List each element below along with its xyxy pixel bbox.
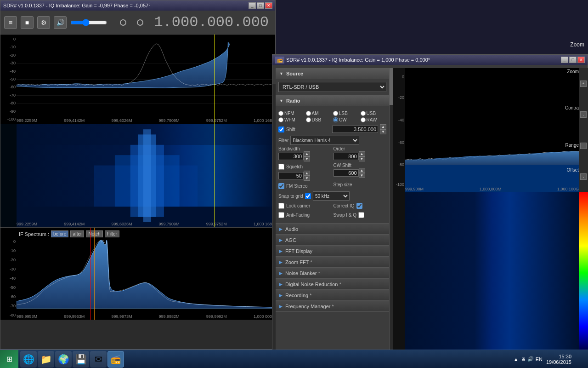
zoom-plus[interactable]: + [580, 80, 587, 87]
taskbar-save[interactable]: 💾 [73, 351, 89, 368]
waterfall-content [17, 124, 275, 227]
bandwidth-down[interactable]: ▼ [304, 156, 310, 161]
gain-slider[interactable] [70, 19, 107, 26]
squelch-up[interactable]: ▲ [304, 171, 310, 176]
order-down[interactable]: ▼ [359, 156, 365, 161]
fft-section[interactable]: ▶ FFT Display [276, 246, 389, 257]
right-waterfall [391, 192, 588, 353]
mode-dsb: DSB [306, 117, 332, 122]
range-btn[interactable]: - [580, 143, 587, 149]
bandwidth-up[interactable]: ▲ [304, 151, 310, 156]
zoomfft-section[interactable]: ▶ Zoom FFT * [276, 257, 389, 268]
cwshift-input[interactable] [334, 169, 359, 177]
mode-lsb-radio[interactable] [333, 111, 338, 116]
maximize-button[interactable]: □ [257, 2, 264, 9]
agc-section[interactable]: ▶ AGC [276, 235, 389, 246]
squelch-input[interactable] [278, 172, 304, 179]
close-button[interactable]: ✕ [265, 2, 272, 9]
mode-dsb-radio[interactable] [306, 117, 311, 122]
swap-checkbox[interactable] [358, 212, 364, 218]
y-label-30: -30 [10, 61, 16, 65]
if-before-button[interactable]: before [51, 230, 68, 237]
y-label-40: -40 [10, 69, 16, 74]
shift-up[interactable]: ▲ [380, 124, 386, 129]
zoom-minus[interactable]: - [580, 111, 587, 118]
noiseblanker-section[interactable]: ▶ Noise Blanker * [276, 268, 389, 279]
taskbar-explorer[interactable]: 📁 [38, 351, 54, 368]
scroll-thumb[interactable] [390, 68, 393, 105]
cwshift-down[interactable]: ▼ [359, 173, 365, 178]
sdr-minimize[interactable]: _ [561, 57, 568, 63]
clock-date: 19/06/2015 [546, 359, 571, 365]
squelch-checkbox[interactable] [278, 164, 284, 170]
if-filter-button[interactable]: Filter [105, 230, 119, 237]
taskbar-chrome[interactable]: 🌐 [20, 351, 37, 368]
order-up[interactable]: ▲ [359, 151, 365, 156]
waterfall-cursor [214, 124, 215, 227]
mode-usb-radio[interactable] [361, 111, 366, 116]
noiseblanker-label: Noise Blanker * [285, 270, 320, 276]
right-y-axis-bg: 0 -20 -40 -60 -80 -100 [391, 68, 405, 192]
antifading-checkbox[interactable] [278, 212, 284, 218]
filter-select[interactable]: Blackman-Harris 4 [290, 136, 359, 145]
mode-grid: NFM AM LSB USB WFM [278, 111, 386, 122]
shift-input[interactable] [332, 126, 378, 133]
audio-button[interactable]: 🔊 [54, 16, 67, 29]
shift-down[interactable]: ▼ [380, 129, 386, 134]
x-label-3: 999,6026M [111, 118, 132, 123]
minimize-button[interactable]: _ [249, 2, 256, 9]
snap-checkbox[interactable] [305, 193, 311, 199]
taskbar-clock[interactable]: 15:30 19/06/2015 [546, 354, 571, 365]
bandwidth-input-row: ▲ ▼ [278, 151, 332, 161]
correctiq-checkbox[interactable] [356, 203, 362, 209]
offset-btn[interactable]: - [580, 173, 587, 180]
order-input[interactable] [334, 153, 359, 160]
mode-nfm-label: NFM [284, 111, 294, 116]
if-y-axis: 0 -10 -20 -30 -40 -50 -60 -70 -80 [0, 237, 17, 320]
wf-x5: 999,9752M [206, 222, 227, 226]
freqmanager-section[interactable]: ▶ Frequency Manager * [276, 301, 389, 312]
source-section: ▼ Source RTL-SDR / USB [276, 68, 389, 95]
mode-raw: RAW [361, 117, 387, 122]
squelch-down[interactable]: ▼ [304, 176, 310, 181]
control-panel: ▼ Source RTL-SDR / USB ▼ Radio NFM AM [276, 68, 390, 353]
mode-nfm: NFM [278, 111, 305, 116]
settings-button[interactable]: ⚙ [37, 16, 50, 29]
menu-button[interactable]: ≡ [4, 16, 17, 29]
stop-button[interactable]: ■ [21, 16, 34, 29]
shift-checkbox[interactable] [278, 126, 284, 132]
snap-select[interactable]: 50 kHz [313, 191, 350, 201]
bandwidth-input[interactable] [278, 153, 304, 160]
taskbar-app[interactable]: 📻 [107, 351, 124, 368]
taskbar-ie[interactable]: 🌍 [55, 351, 72, 368]
recording-section[interactable]: ▶ Recording * [276, 290, 389, 301]
source-header[interactable]: ▼ Source [276, 68, 389, 79]
mode-wfm-radio[interactable] [278, 117, 283, 122]
source-select[interactable]: RTL-SDR / USB [278, 82, 386, 92]
audio-section[interactable]: ▶ Audio [276, 224, 389, 235]
cwshift-up[interactable]: ▲ [359, 168, 365, 173]
systray-volume[interactable]: 🔊 [527, 356, 534, 362]
mode-am-radio[interactable] [306, 111, 311, 116]
if-after-button[interactable]: after [70, 230, 84, 237]
zoom-label: Zoom [570, 41, 584, 48]
control-scroll[interactable] [390, 68, 393, 353]
sdr-close[interactable]: ✕ [577, 57, 585, 63]
mode-raw-radio[interactable] [361, 117, 366, 122]
antifading-swap-row: Anti-Fading Swap I & Q [278, 211, 386, 219]
taskbar-mail[interactable]: ✉ [90, 351, 107, 368]
radio-header[interactable]: ▼ Radio [276, 95, 389, 106]
order-group: Order ▲ ▼ [334, 146, 387, 161]
lockcarrier-checkbox[interactable] [278, 203, 284, 209]
if-x-labels: 999,9953M 999,9963M 999,9973M 999,9982M … [17, 314, 275, 319]
mode-cw-radio[interactable] [333, 117, 338, 122]
start-button[interactable]: ⊞ [0, 350, 18, 368]
mode-nfm-radio[interactable] [278, 111, 283, 116]
shift-label: Shift [286, 127, 295, 132]
fmstereo-checkbox[interactable] [278, 183, 284, 189]
systray-arrow[interactable]: ▲ [514, 356, 519, 362]
sdr-maximize[interactable]: □ [569, 57, 577, 63]
dnr-section[interactable]: ▶ Digital Noise Reduction * [276, 279, 389, 290]
svg-rect-7 [143, 129, 151, 222]
sdr-titlebar: 📻 SDR# v1.0.0.1337 - IQ Imbalance: Gain … [272, 55, 588, 65]
